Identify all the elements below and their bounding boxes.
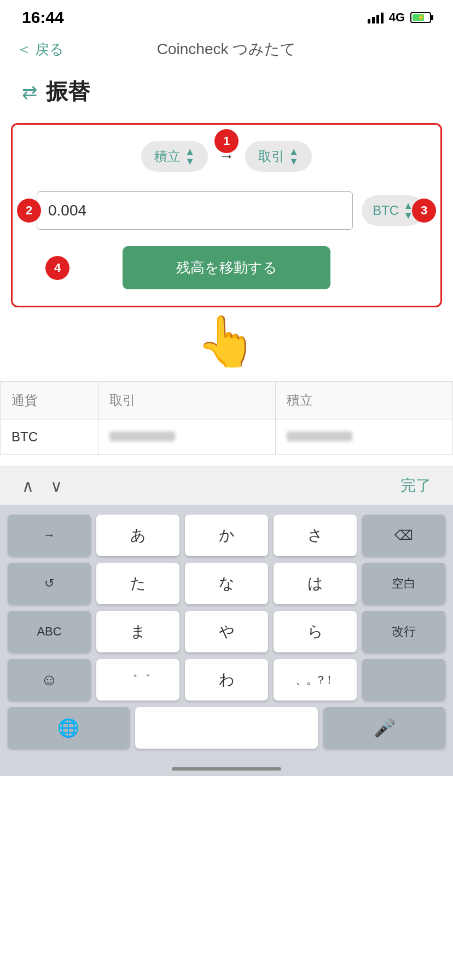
keyboard-bottom-row: 🌐 🎤 bbox=[0, 704, 453, 752]
key-microphone[interactable]: 🎤 bbox=[323, 707, 445, 749]
key-wa[interactable]: わ bbox=[185, 659, 268, 701]
page-title-section: ⇄ 振替 bbox=[0, 66, 453, 118]
transfer-box: 1 積立 ▲▼ → 取引 ▲▼ 2 BTC ▲▼ 3 4 bbox=[11, 123, 442, 307]
step-4-badge: 4 bbox=[45, 256, 69, 280]
key-abc[interactable]: ABC bbox=[8, 611, 91, 652]
table-col-currency: 通貨 bbox=[1, 382, 98, 419]
amount-input[interactable] bbox=[37, 191, 353, 230]
signal-icon bbox=[368, 11, 384, 24]
table-col-savings: 積立 bbox=[276, 382, 453, 419]
key-dakuten[interactable]: ゛゜ bbox=[96, 659, 179, 701]
nav-title: Coincheck つみたて bbox=[157, 39, 297, 60]
key-na[interactable]: な bbox=[185, 563, 268, 604]
japanese-keyboard: → あ か さ ⌫ ↺ た な は 空白 ABC ま や ら 改行 ☺ ゛゜ わ… bbox=[0, 505, 453, 759]
key-punctuation[interactable]: 、。?！ bbox=[274, 659, 357, 701]
network-label: 4G bbox=[389, 10, 405, 25]
key-a[interactable]: あ bbox=[96, 515, 179, 556]
chevron-left-icon: ＜ bbox=[16, 39, 32, 60]
blurred-trading-value bbox=[109, 431, 175, 441]
table-row: BTC bbox=[1, 419, 453, 455]
battery-icon: ⚡ bbox=[410, 12, 431, 23]
keyboard-toolbar: ∧ ∨ 完了 bbox=[0, 466, 453, 505]
hand-cursor: 👆 bbox=[0, 313, 453, 370]
keyboard-done-button[interactable]: 完了 bbox=[400, 475, 431, 496]
from-account-pill[interactable]: 積立 ▲▼ bbox=[141, 141, 208, 172]
key-undo[interactable]: ↺ bbox=[8, 563, 91, 604]
table-cell-savings-value bbox=[276, 419, 453, 455]
key-ta[interactable]: た bbox=[96, 563, 179, 604]
home-bar bbox=[172, 767, 281, 771]
move-btn-row: 4 残高を移動する bbox=[29, 246, 424, 289]
status-icons: 4G ⚡ bbox=[368, 10, 431, 25]
key-globe[interactable]: 🌐 bbox=[8, 707, 130, 749]
back-label: 戻る bbox=[35, 40, 64, 59]
move-balance-button[interactable]: 残高を移動する bbox=[123, 246, 330, 289]
keyboard-row-4: ☺ ゛゜ わ 、。?！ bbox=[0, 656, 453, 704]
key-ka[interactable]: か bbox=[185, 515, 268, 556]
page-title: 振替 bbox=[46, 77, 90, 107]
pointer-hand-icon: 👆 bbox=[196, 313, 257, 370]
amount-row: 2 BTC ▲▼ 3 bbox=[29, 191, 424, 230]
key-enter[interactable]: 改行 bbox=[362, 611, 445, 652]
to-account-pill[interactable]: 取引 ▲▼ bbox=[245, 141, 312, 172]
key-ha[interactable]: は bbox=[274, 563, 357, 604]
table-cell-currency: BTC bbox=[1, 419, 98, 455]
step-1-badge: 1 bbox=[214, 129, 239, 153]
keyboard-prev-button[interactable]: ∧ bbox=[22, 476, 34, 495]
key-arrow[interactable]: → bbox=[8, 515, 91, 556]
balance-table: 通貨 取引 積立 BTC bbox=[0, 381, 453, 455]
from-account-label: 積立 bbox=[154, 148, 181, 165]
from-account-arrows: ▲▼ bbox=[185, 147, 195, 166]
account-row: 1 積立 ▲▼ → 取引 ▲▼ bbox=[29, 141, 424, 172]
transfer-icon: ⇄ bbox=[22, 81, 37, 103]
table-cell-trading-value bbox=[98, 419, 276, 455]
key-empty bbox=[362, 659, 445, 701]
keyboard-row-3: ABC ま や ら 改行 bbox=[0, 608, 453, 656]
currency-label: BTC bbox=[373, 203, 399, 218]
key-ya[interactable]: や bbox=[185, 611, 268, 652]
key-space-main[interactable] bbox=[135, 707, 318, 749]
key-delete[interactable]: ⌫ bbox=[362, 515, 445, 556]
to-account-arrows: ▲▼ bbox=[289, 147, 299, 166]
key-ma[interactable]: ま bbox=[96, 611, 179, 652]
blurred-savings-value bbox=[287, 431, 352, 441]
keyboard-nav: ∧ ∨ bbox=[22, 476, 62, 495]
step-3-badge: 3 bbox=[412, 199, 436, 223]
table-col-trading: 取引 bbox=[98, 382, 276, 419]
keyboard-next-button[interactable]: ∨ bbox=[50, 476, 62, 495]
status-bar: 16:44 4G ⚡ bbox=[0, 0, 453, 33]
key-space[interactable]: 空白 bbox=[362, 563, 445, 604]
home-indicator bbox=[0, 759, 453, 776]
status-time: 16:44 bbox=[22, 8, 64, 27]
to-account-label: 取引 bbox=[258, 148, 284, 165]
key-emoji[interactable]: ☺ bbox=[8, 659, 91, 701]
back-button[interactable]: ＜ 戻る bbox=[16, 39, 64, 60]
keyboard-row-2: ↺ た な は 空白 bbox=[0, 559, 453, 608]
step-2-badge: 2 bbox=[17, 199, 41, 223]
nav-bar: ＜ 戻る Coincheck つみたて bbox=[0, 33, 453, 66]
key-ra[interactable]: ら bbox=[274, 611, 357, 652]
key-sa[interactable]: さ bbox=[274, 515, 357, 556]
table-header-row: 通貨 取引 積立 bbox=[1, 382, 453, 419]
keyboard-row-1: → あ か さ ⌫ bbox=[0, 511, 453, 559]
